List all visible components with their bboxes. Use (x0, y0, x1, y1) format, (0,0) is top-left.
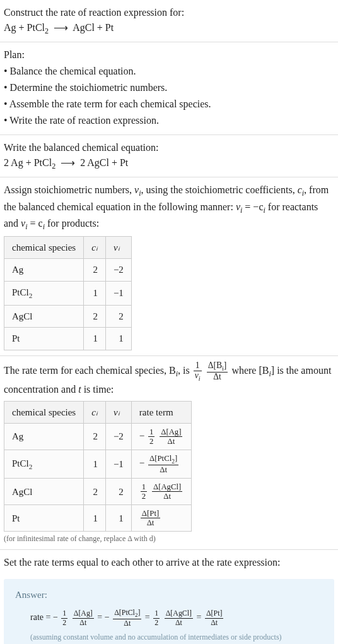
text: = c (28, 218, 43, 229)
sub: i (199, 374, 201, 381)
sign: − (53, 612, 58, 622)
cell-species: AgCl (4, 305, 84, 328)
frac-half: 12 (153, 609, 160, 626)
text: ] (224, 361, 227, 370)
stoich-section: Assign stoichiometric numbers, νi, using… (0, 177, 338, 355)
frac-delta: Δ[PtCl2]Δt (148, 454, 178, 474)
stoich-lead: Assign stoichiometric numbers, νi, using… (4, 182, 334, 232)
frac-half: 12 (148, 427, 154, 446)
text: cᵢ (91, 407, 98, 417)
sub: 2 (29, 463, 33, 470)
answer-label: Answer: (15, 588, 323, 602)
intro-section: Construct the rate of reaction expressio… (0, 0, 338, 42)
frac-half: 12 (61, 609, 67, 626)
cell-species: Ag (4, 259, 84, 282)
final-section: Set the rate terms equal to each other t… (0, 550, 338, 575)
table-row: Ag 2 −2 − 12 Δ[Ag]Δt (4, 424, 192, 450)
frac-top: Δ[AgCl] (152, 482, 182, 492)
table-row: PtCl2 1 −1 − Δ[PtCl2]Δt (4, 450, 192, 479)
frac-dpt: Δ[Pt]Δt (205, 609, 223, 626)
text: Δ[B (208, 361, 222, 370)
frac-top: 1 (153, 609, 160, 618)
cell-species: Pt (4, 328, 84, 350)
text: The rate term for each chemical species,… (4, 365, 176, 376)
text: νᵢ (114, 407, 120, 417)
cell-nu: 2 (105, 305, 131, 328)
intro-lhs: Ag + PtCl (4, 22, 45, 33)
cell-species: PtCl2 (4, 450, 84, 479)
table-row: Ag 2 −2 (4, 259, 132, 282)
frac-top: Δ[AgCl] (165, 609, 193, 618)
text: ] (175, 454, 177, 463)
frac-bot: Δt (141, 518, 160, 527)
frac-top: 1 (194, 361, 202, 371)
balanced-lead: Write the balanced chemical equation: (4, 140, 334, 155)
frac-dptcl: Δ[PtCl2]Δt (113, 609, 141, 628)
cell-rateterm: Δ[Pt]Δt (131, 505, 192, 532)
cell-nu: −2 (105, 259, 131, 282)
cell-nu: 2 (105, 479, 131, 505)
text: cᵢ (91, 242, 98, 253)
frac-bot: Δt (148, 465, 178, 474)
cell-nu: −2 (105, 424, 131, 450)
nu-symbol: ν (236, 201, 240, 212)
col-species: chemical species (4, 236, 84, 259)
col-rateterm: rate term (131, 401, 192, 424)
balanced-equation: 2 Ag + PtCl2 ⟶ 2 AgCl + Pt (4, 155, 334, 172)
frac-dag: Δ[Ag]Δt (73, 609, 94, 626)
frac-top: 1 (148, 427, 154, 437)
equals: = (145, 612, 152, 622)
frac-top: 1 (141, 482, 147, 492)
frac-bot: Δt (113, 619, 141, 628)
col-nu: νᵢ (105, 236, 131, 259)
frac-bot: Δt (73, 619, 94, 627)
plan-item: Write the rate of reaction expression. (4, 113, 334, 128)
equals: = (97, 612, 104, 622)
text: ] (137, 608, 140, 617)
frac-half: 12 (141, 482, 147, 501)
table-header-row: chemical species cᵢ νᵢ rate term (4, 401, 192, 424)
cell-c: 2 (84, 424, 106, 450)
frac-bot: Δt (205, 619, 223, 627)
cell-rateterm: − 12 Δ[Ag]Δt (131, 424, 192, 450)
plan-item: Balance the chemical equation. (4, 64, 334, 79)
text: , using the stoichiometric coefficients, (141, 184, 298, 195)
sign: − (105, 612, 110, 622)
plan-list: Balance the chemical equation. Determine… (4, 64, 334, 128)
cell-rateterm: 12 Δ[AgCl]Δt (131, 479, 192, 505)
frac-top: Δ[Ag] (73, 609, 94, 618)
rateterm-table: chemical species cᵢ νᵢ rate term Ag 2 −2… (4, 401, 192, 532)
plan-heading: Plan: (4, 47, 334, 63)
frac-bot: Δt (152, 492, 182, 501)
frac-bot: Δt (165, 619, 193, 627)
final-lead: Set the rate terms equal to each other t… (4, 555, 334, 570)
frac-top: Δ[PtCl2] (148, 454, 178, 465)
text: Assign stoichiometric numbers, (4, 184, 134, 195)
text: for products: (45, 218, 99, 229)
table-row: PtCl2 1 −1 (4, 281, 132, 305)
cell-species: Ag (4, 424, 84, 450)
text: = −c (242, 201, 263, 212)
col-nu: νᵢ (105, 401, 131, 424)
intro-equation: Ag + PtCl2 ⟶ AgCl + Pt (4, 20, 334, 37)
cell-nu: 1 (105, 505, 131, 532)
col-c: cᵢ (84, 401, 106, 424)
plan-item: Determine the stoichiometric numbers. (4, 80, 334, 95)
cell-species: AgCl (4, 479, 84, 505)
frac-bot: Δt (207, 373, 228, 382)
frac-top: Δ[Pt] (141, 509, 160, 518)
cell-c: 2 (84, 305, 106, 328)
frac-top: Δ[PtCl2] (113, 609, 141, 619)
text: Δ[PtCl (114, 608, 135, 617)
balanced-sub: 2 (52, 162, 55, 170)
sign: − (139, 431, 144, 441)
arrow-icon: ⟶ (54, 20, 68, 35)
answer-box: Answer: rate = − 12 Δ[Ag]Δt = − Δ[PtCl2]… (4, 579, 334, 644)
frac-bot: Δt (160, 437, 182, 446)
cell-c: 1 (84, 450, 106, 479)
assumption-note: (assuming constant volume and no accumul… (30, 631, 323, 643)
rate-expression: rate = − 12 Δ[Ag]Δt = − Δ[PtCl2]Δt = 12 … (30, 609, 323, 628)
rate-word: rate = (30, 612, 53, 622)
frac-bot: 2 (153, 619, 160, 627)
rateterm-lead: The rate term for each chemical species,… (4, 361, 334, 397)
